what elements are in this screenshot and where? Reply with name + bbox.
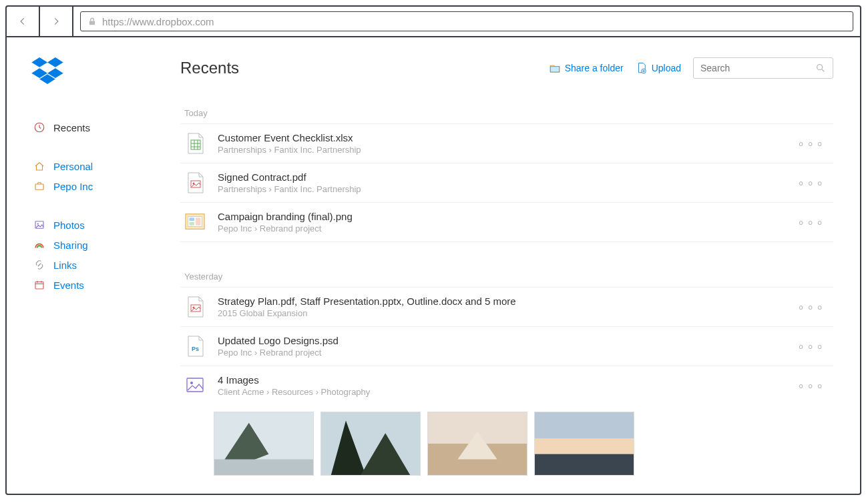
browser-frame: https://www.dropbox.com RecentsPersonalP… xyxy=(5,5,861,495)
file-type-icon xyxy=(184,171,206,194)
svg-line-17 xyxy=(822,69,824,71)
file-path: 2015 Global Expansion xyxy=(218,308,781,318)
svg-marker-2 xyxy=(47,57,63,67)
briefcase-icon xyxy=(33,180,45,192)
sidebar: RecentsPersonalPepo IncPhotosSharingLink… xyxy=(7,37,180,494)
sidebar-item-recents[interactable]: Recents xyxy=(33,117,180,137)
file-name: Campaign branding (final).png xyxy=(218,211,781,222)
more-actions-button[interactable]: ∘∘∘ xyxy=(793,215,829,229)
chevron-left-icon xyxy=(18,17,27,26)
share-folder-label: Share a folder xyxy=(565,63,624,73)
file-type-icon xyxy=(184,132,206,155)
page-title: Recents xyxy=(180,59,239,77)
sidebar-item-label: Sharing xyxy=(53,239,88,251)
file-type-icon: Ps xyxy=(184,335,206,358)
file-type-icon xyxy=(184,211,206,233)
file-row[interactable]: Customer Event Checklist.xlsxPartnership… xyxy=(180,123,833,163)
svg-rect-14 xyxy=(550,67,560,72)
sidebar-item-label: Personal xyxy=(53,161,93,172)
search-icon xyxy=(815,63,826,73)
lock-icon xyxy=(87,17,97,26)
file-name: Signed Contract.pdf xyxy=(218,171,781,183)
svg-rect-46 xyxy=(535,454,634,475)
svg-rect-33 xyxy=(187,378,203,392)
file-name: Strategy Plan.pdf, Staff Presentation.pp… xyxy=(218,296,781,307)
thumbnail[interactable] xyxy=(320,412,421,476)
nav-forward-button[interactable] xyxy=(40,7,73,36)
sidebar-item-photos[interactable]: Photos xyxy=(33,215,180,235)
thumbnail[interactable] xyxy=(214,412,314,476)
sidebar-item-pepo-inc[interactable]: Pepo Inc xyxy=(33,176,180,196)
sidebar-item-label: Events xyxy=(53,280,84,291)
file-path: Partnerships › Fantix Inc. Partnership xyxy=(218,145,781,155)
share-folder-button[interactable]: Share a folder xyxy=(549,62,624,74)
search-box[interactable] xyxy=(693,57,833,79)
thumbnail[interactable] xyxy=(427,412,527,476)
svg-rect-37 xyxy=(214,460,313,476)
more-actions-button[interactable]: ∘∘∘ xyxy=(793,300,829,314)
calendar-icon xyxy=(33,279,45,291)
svg-point-9 xyxy=(37,223,39,224)
file-path: Client Acme › Resources › Photography xyxy=(218,387,781,397)
file-type-icon xyxy=(184,296,206,318)
image-icon xyxy=(33,219,45,231)
chevron-right-icon xyxy=(51,17,61,26)
file-row[interactable]: Signed Contract.pdfPartnerships › Fantix… xyxy=(180,163,833,202)
rainbow-icon xyxy=(33,239,45,251)
file-row[interactable]: 4 ImagesClient Acme › Resources › Photog… xyxy=(180,366,833,405)
file-row[interactable]: Strategy Plan.pdf, Staff Presentation.pp… xyxy=(180,287,833,326)
svg-rect-10 xyxy=(35,282,43,290)
main: Recents Share a folder Upload TodayCusto… xyxy=(180,37,860,494)
sidebar-item-label: Links xyxy=(53,260,77,271)
sidebar-item-links[interactable]: Links xyxy=(33,255,180,275)
section-label: Yesterday xyxy=(184,272,833,282)
svg-rect-0 xyxy=(89,21,95,25)
file-name: Customer Event Checklist.xlsx xyxy=(218,132,781,143)
svg-rect-29 xyxy=(196,217,201,225)
search-input[interactable] xyxy=(700,63,807,73)
section-yesterday: YesterdayStrategy Plan.pdf, Staff Presen… xyxy=(180,272,833,476)
sidebar-item-events[interactable]: Events xyxy=(33,275,180,295)
address-bar[interactable]: https://www.dropbox.com xyxy=(80,11,853,31)
sidebar-item-label: Photos xyxy=(53,219,85,231)
content: RecentsPersonalPepo IncPhotosSharingLink… xyxy=(7,37,860,494)
file-row[interactable]: PsUpdated Logo Designs.psdPepo Inc › Reb… xyxy=(180,326,833,366)
file-row[interactable]: Campaign branding (final).pngPepo Inc › … xyxy=(180,202,833,242)
clock-icon xyxy=(33,121,45,133)
address-bar-wrap: https://www.dropbox.com xyxy=(73,7,860,36)
sidebar-item-personal[interactable]: Personal xyxy=(33,156,180,176)
sidebar-item-label: Recents xyxy=(53,122,90,133)
svg-rect-27 xyxy=(190,217,195,221)
svg-marker-1 xyxy=(31,57,47,67)
thumbnail[interactable] xyxy=(534,412,634,476)
svg-rect-28 xyxy=(190,222,195,225)
file-type-icon xyxy=(184,374,206,397)
section-today: TodayCustomer Event Checklist.xlsxPartne… xyxy=(180,108,833,242)
thumbnail-strip xyxy=(214,412,833,476)
upload-label: Upload xyxy=(652,63,681,73)
more-actions-button[interactable]: ∘∘∘ xyxy=(793,339,829,354)
file-path: Pepo Inc › Rebrand project xyxy=(218,223,781,233)
nav-back-button[interactable] xyxy=(7,7,40,36)
link-icon xyxy=(33,259,45,271)
page-header: Recents Share a folder Upload xyxy=(180,57,833,79)
svg-point-16 xyxy=(817,65,823,70)
dropbox-logo[interactable] xyxy=(31,57,63,84)
upload-button[interactable]: Upload xyxy=(636,62,681,74)
file-path: Pepo Inc › Rebrand project xyxy=(218,348,781,358)
share-folder-icon xyxy=(549,62,561,74)
section-label: Today xyxy=(184,108,833,118)
sidebar-item-label: Pepo Inc xyxy=(53,181,93,192)
sidebar-item-sharing[interactable]: Sharing xyxy=(33,235,180,255)
more-actions-button[interactable]: ∘∘∘ xyxy=(793,136,829,151)
file-path: Partnerships › Fantix Inc. Partnership xyxy=(218,184,781,194)
svg-text:Ps: Ps xyxy=(192,346,199,352)
svg-rect-7 xyxy=(35,184,43,189)
svg-rect-45 xyxy=(535,412,634,438)
file-name: Updated Logo Designs.psd xyxy=(218,335,781,346)
url-text: https://www.dropbox.com xyxy=(102,16,214,27)
upload-icon xyxy=(636,62,648,74)
more-actions-button[interactable]: ∘∘∘ xyxy=(793,175,829,190)
file-name: 4 Images xyxy=(218,374,781,386)
more-actions-button[interactable]: ∘∘∘ xyxy=(793,378,829,393)
